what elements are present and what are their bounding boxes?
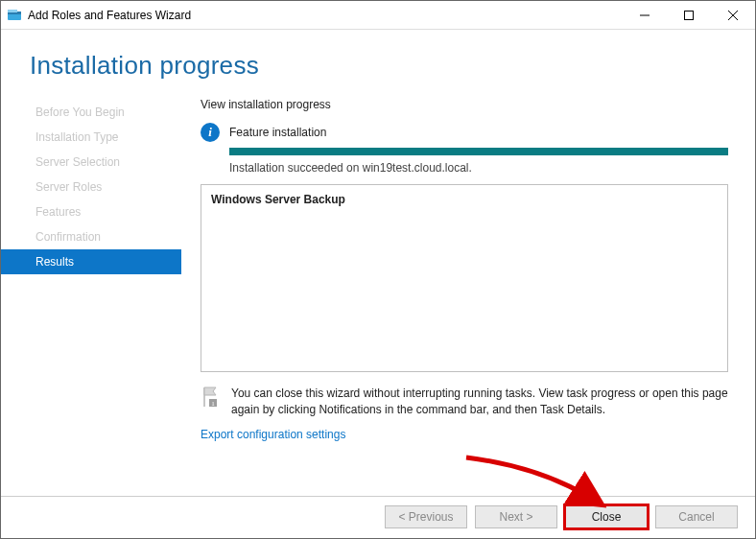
info-note: 1 You can close this wizard without inte…: [201, 386, 728, 418]
nav-installation-type[interactable]: Installation Type: [1, 125, 181, 150]
close-window-button[interactable]: [711, 1, 755, 29]
svg-rect-4: [685, 11, 694, 19]
status-heading: Feature installation: [229, 126, 326, 139]
wizard-nav: Before You Begin Installation Type Serve…: [1, 88, 181, 472]
nav-features[interactable]: Features: [1, 199, 181, 224]
nav-confirmation[interactable]: Confirmation: [1, 224, 181, 249]
results-box: Windows Server Backup: [201, 184, 728, 372]
info-icon: i: [201, 123, 220, 142]
nav-server-roles[interactable]: Server Roles: [1, 175, 181, 199]
wizard-header: Installation progress: [1, 30, 755, 88]
progress-bar: [229, 148, 728, 155]
section-label: View installation progress: [201, 98, 728, 111]
nav-before-you-begin[interactable]: Before You Begin: [1, 100, 181, 125]
page-title: Installation progress: [30, 51, 259, 81]
window-title: Add Roles and Features Wizard: [28, 9, 623, 22]
wizard-body: Before You Begin Installation Type Serve…: [1, 88, 755, 472]
results-item: Windows Server Backup: [211, 193, 718, 206]
wizard-footer: < Previous Next > Close Cancel: [1, 496, 755, 538]
note-text: You can close this wizard without interr…: [231, 386, 728, 418]
server-manager-icon: [7, 8, 22, 23]
nav-server-selection[interactable]: Server Selection: [1, 150, 181, 175]
flag-icon: 1: [201, 386, 222, 418]
svg-rect-2: [8, 10, 17, 12]
titlebar: Add Roles and Features Wizard: [1, 1, 755, 30]
next-button: Next >: [475, 505, 557, 528]
nav-results[interactable]: Results: [1, 249, 181, 274]
status-row: i Feature installation: [201, 123, 728, 142]
window-controls: [623, 1, 755, 29]
close-button[interactable]: Close: [565, 505, 648, 528]
export-settings-link[interactable]: Export configuration settings: [201, 428, 345, 441]
maximize-button[interactable]: [667, 1, 711, 29]
status-message: Installation succeeded on win19test.clou…: [229, 161, 728, 175]
cancel-button: Cancel: [655, 505, 738, 528]
wizard-main: View installation progress i Feature ins…: [181, 88, 755, 472]
previous-button: < Previous: [385, 505, 467, 528]
minimize-button[interactable]: [623, 1, 667, 29]
svg-text:1: 1: [211, 400, 215, 408]
